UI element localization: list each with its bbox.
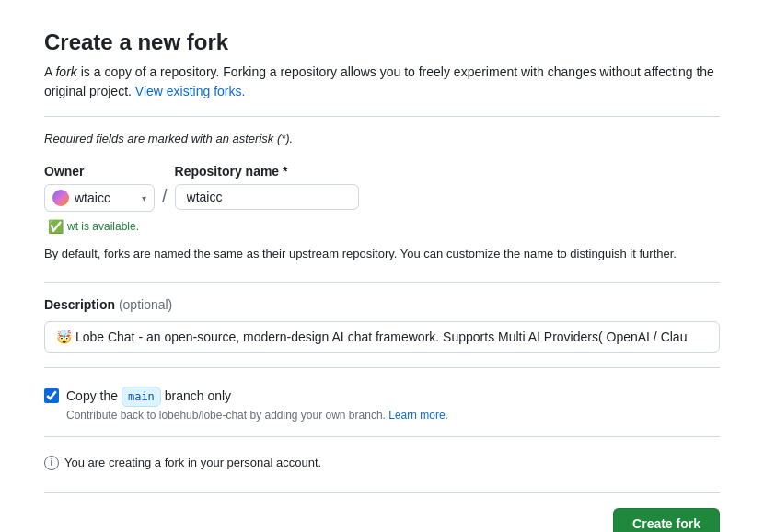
chevron-down-icon: ▾ bbox=[142, 193, 146, 203]
copy-branch-row: Copy the main branch only Contribute bac… bbox=[44, 387, 720, 422]
branch-badge: main bbox=[122, 387, 161, 407]
description-input[interactable] bbox=[44, 321, 720, 353]
divider-info bbox=[44, 436, 720, 437]
divider-footer bbox=[44, 492, 720, 493]
required-note: Required fields are marked with an aster… bbox=[44, 132, 720, 145]
description-label: Description (optional) bbox=[44, 297, 720, 312]
intro-paragraph: A fork is a copy of a repository. Forkin… bbox=[44, 63, 720, 101]
create-fork-button[interactable]: Create fork bbox=[613, 508, 720, 533]
owner-repo-row: Owner wtaicc ▾ / Repository name * bbox=[44, 164, 720, 212]
info-icon: i bbox=[44, 456, 59, 470]
owner-select[interactable]: wtaicc ▾ bbox=[44, 184, 155, 212]
view-forks-link[interactable]: View existing forks. bbox=[135, 84, 246, 98]
repo-name-input[interactable] bbox=[175, 184, 359, 210]
intro-text-before: A bbox=[44, 64, 55, 79]
availability-message: ✅ wt is available. bbox=[48, 219, 720, 234]
owner-value: wtaicc bbox=[75, 191, 110, 205]
info-text: You are creating a fork in your personal… bbox=[64, 456, 321, 469]
description-optional: (optional) bbox=[119, 297, 172, 312]
learn-more-link[interactable]: Learn more. bbox=[388, 409, 448, 422]
copy-branch-checkbox[interactable] bbox=[44, 388, 59, 403]
default-description-text: By default, forks are named the same as … bbox=[44, 245, 720, 263]
info-row: i You are creating a fork in your person… bbox=[44, 456, 720, 470]
check-circle-icon: ✅ bbox=[48, 219, 64, 234]
description-field-group: Description (optional) bbox=[44, 297, 720, 353]
page-title: Create a new fork bbox=[44, 29, 720, 55]
owner-label: Owner bbox=[44, 164, 155, 179]
slash-separator: / bbox=[162, 164, 168, 207]
divider-description bbox=[44, 282, 720, 283]
required-star: * bbox=[283, 164, 287, 179]
footer-row: Create fork bbox=[44, 508, 720, 533]
divider-top bbox=[44, 116, 720, 117]
divider-checkbox bbox=[44, 367, 720, 368]
copy-branch-label[interactable]: Copy the main branch only bbox=[66, 388, 231, 403]
copy-branch-sub-text: Contribute back to lobehub/lobe-chat by … bbox=[66, 409, 448, 422]
repo-name-field-group: Repository name * bbox=[175, 164, 359, 210]
fork-italic: fork bbox=[55, 64, 76, 79]
owner-field-group: Owner wtaicc ▾ bbox=[44, 164, 155, 212]
copy-branch-label-group: Copy the main branch only Contribute bac… bbox=[66, 387, 448, 422]
repo-name-label: Repository name * bbox=[175, 164, 359, 179]
availability-text: wt is available. bbox=[67, 220, 139, 233]
owner-avatar bbox=[52, 190, 69, 206]
